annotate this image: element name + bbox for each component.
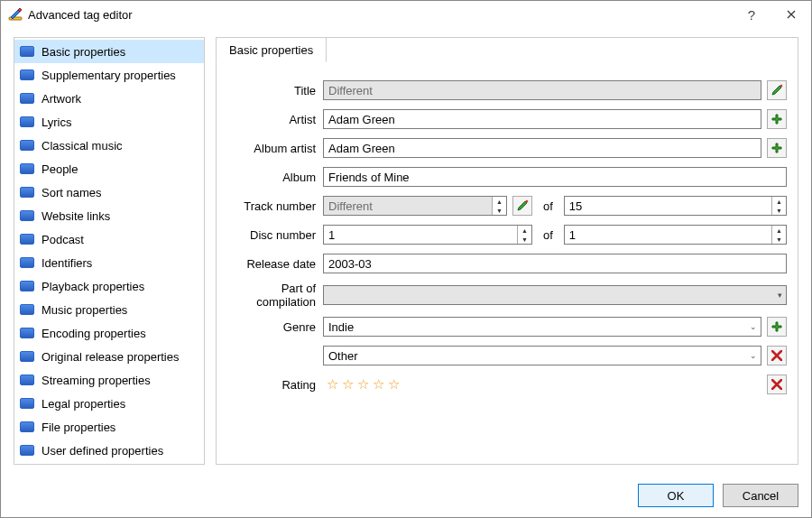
disc-total-spinner[interactable]: ▲▼ [564, 225, 787, 245]
label-genre: Genre [227, 320, 323, 334]
chevron-down-icon: ▾ [778, 291, 782, 300]
sidebar-item-label: Identifiers [42, 256, 92, 270]
sidebar-item[interactable]: Playback properties [14, 274, 204, 298]
genre-2-value: Other [328, 349, 358, 363]
title-input[interactable] [323, 80, 761, 100]
nav-item-icon [20, 281, 34, 291]
genre-add-button[interactable] [767, 317, 787, 337]
chevron-down-icon: ⌄ [750, 351, 757, 360]
star-icon[interactable]: ☆ [388, 376, 400, 393]
album-artist-input[interactable] [323, 138, 761, 158]
sidebar-item[interactable]: Identifiers [14, 251, 204, 274]
label-artist: Artist [227, 113, 323, 126]
nav-item-icon [20, 304, 34, 315]
sidebar-item[interactable]: Supplementary properties [14, 63, 204, 87]
label-album-artist: Album artist [227, 142, 323, 155]
nav-item-icon [20, 421, 34, 432]
spin-down-icon[interactable]: ▼ [518, 235, 531, 244]
label-album: Album [227, 171, 323, 184]
nav-item-icon [20, 398, 34, 409]
rating-remove-button[interactable] [767, 375, 787, 394]
genre-2-combo[interactable]: Other ⌄ [323, 346, 761, 365]
sidebar-item[interactable]: Encoding properties [14, 321, 204, 345]
label-compilation: Part of compilation [227, 282, 323, 309]
album-artist-add-button[interactable] [767, 138, 787, 158]
rating-stars[interactable]: ☆ ☆ ☆ ☆ ☆ [323, 376, 761, 393]
nav-item-icon [20, 210, 34, 221]
star-icon[interactable]: ☆ [357, 376, 369, 393]
window-title: Advanced tag editor [28, 8, 732, 22]
sidebar-item[interactable]: Classical music [14, 134, 204, 157]
genre-1-combo[interactable]: Indie ⌄ [323, 317, 761, 337]
sidebar-item[interactable]: User defined properties [14, 439, 204, 462]
tab-basic-properties[interactable]: Basic properties [216, 37, 327, 62]
title-edit-button[interactable] [767, 80, 787, 100]
nav-item-icon [20, 163, 34, 174]
disc-number-input[interactable] [324, 226, 517, 244]
star-icon[interactable]: ☆ [327, 376, 338, 393]
album-input[interactable] [323, 167, 787, 187]
track-total-input[interactable] [565, 197, 771, 215]
sidebar-item[interactable]: Legal properties [14, 392, 204, 415]
genre-remove-button[interactable] [767, 346, 787, 365]
label-title: Title [227, 84, 323, 97]
spin-down-icon[interactable]: ▼ [772, 206, 786, 215]
sidebar-item-label: Sort names [42, 186, 101, 199]
sidebar-item[interactable]: Original release properties [14, 345, 204, 368]
sidebar-item-label: Artwork [42, 92, 81, 106]
sidebar-item[interactable]: Basic properties [14, 40, 204, 63]
star-icon[interactable]: ☆ [342, 376, 354, 393]
nav-item-icon [20, 234, 34, 245]
sidebar-item[interactable]: People [14, 157, 204, 180]
nav-item-icon [20, 116, 34, 127]
nav-item-icon [20, 445, 34, 456]
label-track-number: Track number [227, 199, 323, 213]
sidebar-item[interactable]: Music properties [14, 298, 204, 321]
spin-up-icon[interactable]: ▲ [493, 197, 506, 206]
track-total-spinner[interactable]: ▲▼ [564, 196, 787, 216]
sidebar-item[interactable]: Streaming properties [14, 368, 204, 392]
star-icon[interactable]: ☆ [373, 376, 384, 393]
nav-item-icon [20, 93, 34, 104]
spin-up-icon[interactable]: ▲ [772, 197, 786, 206]
label-rating: Rating [227, 378, 323, 392]
sidebar-item[interactable]: Website links [14, 204, 204, 227]
track-number-edit-button[interactable] [512, 196, 532, 216]
artist-input[interactable] [323, 109, 761, 129]
artist-add-button[interactable] [767, 109, 787, 129]
cancel-button[interactable]: Cancel [723, 484, 798, 507]
ok-button[interactable]: OK [638, 484, 714, 507]
label-release-date: Release date [227, 257, 323, 271]
compilation-combo[interactable]: ▾ [323, 285, 787, 305]
track-number-spinner[interactable]: ▲▼ [323, 196, 507, 216]
spin-up-icon[interactable]: ▲ [518, 226, 531, 235]
sidebar-item-label: Podcast [42, 233, 84, 246]
sidebar-item[interactable]: Sort names [14, 180, 204, 204]
nav-item-icon [20, 69, 34, 80]
help-button[interactable]: ? [732, 1, 771, 28]
disc-total-input[interactable] [565, 226, 771, 244]
sidebar-item[interactable]: File properties [14, 415, 204, 439]
sidebar-item-label: Classical music [42, 139, 123, 153]
sidebar-item-label: Playback properties [42, 280, 144, 293]
sidebar-item[interactable]: Artwork [14, 87, 204, 110]
app-icon [8, 7, 23, 22]
sidebar-item-label: Encoding properties [42, 327, 146, 340]
spin-down-icon[interactable]: ▼ [493, 206, 506, 215]
tab-label: Basic properties [229, 43, 313, 57]
form: Title Artist [217, 63, 798, 413]
disc-number-spinner[interactable]: ▲▼ [323, 225, 532, 245]
genre-1-value: Indie [328, 320, 354, 334]
release-date-input[interactable] [323, 254, 787, 273]
sidebar-item[interactable]: Podcast [14, 227, 204, 251]
spin-down-icon[interactable]: ▼ [772, 235, 786, 244]
track-number-input[interactable] [324, 197, 492, 215]
label-disc-number: Disc number [227, 228, 323, 242]
chevron-down-icon: ⌄ [750, 322, 757, 331]
disc-of-label: of [538, 228, 558, 242]
sidebar-item-label: Legal properties [42, 397, 125, 411]
sidebar-item[interactable]: Lyrics [14, 110, 204, 134]
spin-up-icon[interactable]: ▲ [772, 226, 786, 235]
close-button[interactable] [771, 1, 811, 28]
sidebar-item-label: File properties [42, 421, 115, 434]
